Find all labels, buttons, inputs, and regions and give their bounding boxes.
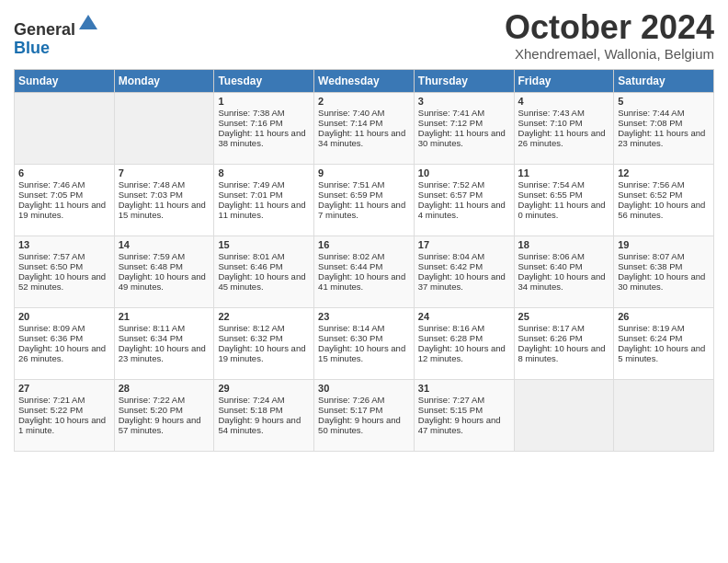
day-number: 25 xyxy=(518,311,610,322)
sunrise-text: Sunrise: 8:09 AM xyxy=(18,323,85,333)
calendar-cell: 20Sunrise: 8:09 AMSunset: 6:36 PMDayligh… xyxy=(15,307,115,379)
sunrise-text: Sunrise: 8:14 AM xyxy=(318,323,384,333)
calendar-cell: 2Sunrise: 7:40 AMSunset: 7:14 PMDaylight… xyxy=(314,92,415,164)
sunrise-text: Sunrise: 8:19 AM xyxy=(618,323,684,333)
day-number: 20 xyxy=(18,311,110,322)
daylight-text: Daylight: 11 hours and 38 minutes. xyxy=(218,128,305,148)
weekday-header: Sunday xyxy=(15,69,115,92)
weekday-header: Monday xyxy=(114,69,214,92)
sunrise-text: Sunrise: 8:17 AM xyxy=(518,323,585,333)
daylight-text: Daylight: 11 hours and 11 minutes. xyxy=(218,200,305,220)
sunrise-text: Sunrise: 7:44 AM xyxy=(618,108,684,118)
calendar-cell: 22Sunrise: 8:12 AMSunset: 6:32 PMDayligh… xyxy=(214,307,314,379)
daylight-text: Daylight: 10 hours and 15 minutes. xyxy=(318,343,405,363)
calendar-cell: 4Sunrise: 7:43 AMSunset: 7:10 PMDaylight… xyxy=(514,92,614,164)
day-number: 30 xyxy=(318,383,410,394)
daylight-text: Daylight: 10 hours and 19 minutes. xyxy=(218,343,305,363)
day-number: 1 xyxy=(218,96,310,107)
sunset-text: Sunset: 7:14 PM xyxy=(318,118,382,128)
day-number: 28 xyxy=(119,383,210,394)
logo: General Blue xyxy=(14,13,99,58)
sunset-text: Sunset: 6:52 PM xyxy=(618,190,682,200)
daylight-text: Daylight: 10 hours and 49 minutes. xyxy=(119,271,206,292)
sunset-text: Sunset: 6:28 PM xyxy=(418,333,483,343)
sunset-text: Sunset: 7:12 PM xyxy=(418,118,483,128)
day-number: 12 xyxy=(618,167,710,178)
day-number: 16 xyxy=(318,239,410,250)
daylight-text: Daylight: 11 hours and 23 minutes. xyxy=(618,128,705,148)
daylight-text: Daylight: 9 hours and 47 minutes. xyxy=(418,415,501,435)
sunset-text: Sunset: 7:03 PM xyxy=(119,190,183,200)
sunset-text: Sunset: 6:42 PM xyxy=(418,261,483,271)
calendar-cell: 8Sunrise: 7:49 AMSunset: 7:01 PMDaylight… xyxy=(214,164,314,236)
daylight-text: Daylight: 11 hours and 34 minutes. xyxy=(318,128,405,148)
sunrise-text: Sunrise: 7:56 AM xyxy=(618,179,684,190)
sunset-text: Sunset: 6:26 PM xyxy=(518,333,583,343)
calendar-cell: 12Sunrise: 7:56 AMSunset: 6:52 PMDayligh… xyxy=(614,164,714,236)
calendar-cell xyxy=(114,92,214,164)
daylight-text: Daylight: 10 hours and 26 minutes. xyxy=(18,343,106,363)
day-number: 9 xyxy=(318,167,410,178)
daylight-text: Daylight: 11 hours and 7 minutes. xyxy=(318,200,405,220)
sunrise-text: Sunrise: 7:49 AM xyxy=(218,179,284,190)
daylight-text: Daylight: 11 hours and 19 minutes. xyxy=(18,200,106,220)
sunrise-text: Sunrise: 7:24 AM xyxy=(218,395,284,405)
calendar-cell: 25Sunrise: 8:17 AMSunset: 6:26 PMDayligh… xyxy=(514,307,614,379)
daylight-text: Daylight: 10 hours and 8 minutes. xyxy=(518,343,606,363)
day-number: 10 xyxy=(418,167,510,178)
sunset-text: Sunset: 7:01 PM xyxy=(218,190,282,200)
sunset-text: Sunset: 5:18 PM xyxy=(218,405,282,415)
day-number: 31 xyxy=(418,383,510,394)
sunrise-text: Sunrise: 7:38 AM xyxy=(218,108,284,118)
daylight-text: Daylight: 10 hours and 1 minute. xyxy=(18,415,106,435)
sunrise-text: Sunrise: 7:48 AM xyxy=(119,179,185,190)
calendar-row: 27Sunrise: 7:21 AMSunset: 5:22 PMDayligh… xyxy=(15,379,714,451)
page-header: General Blue October 2024 Xhendremael, W… xyxy=(14,9,714,62)
sunrise-text: Sunrise: 7:21 AM xyxy=(18,395,85,405)
sunrise-text: Sunrise: 7:52 AM xyxy=(418,179,484,190)
day-number: 8 xyxy=(218,167,310,178)
sunrise-text: Sunrise: 7:27 AM xyxy=(418,395,484,405)
day-number: 19 xyxy=(618,239,710,250)
sunrise-text: Sunrise: 8:11 AM xyxy=(119,323,185,333)
sunset-text: Sunset: 5:17 PM xyxy=(318,405,382,415)
logo-general: General xyxy=(14,20,75,39)
daylight-text: Daylight: 11 hours and 30 minutes. xyxy=(418,128,506,148)
calendar-header-row: SundayMondayTuesdayWednesdayThursdayFrid… xyxy=(15,69,714,92)
daylight-text: Daylight: 11 hours and 26 minutes. xyxy=(518,128,606,148)
daylight-text: Daylight: 11 hours and 15 minutes. xyxy=(119,200,206,220)
calendar-row: 6Sunrise: 7:46 AMSunset: 7:05 PMDaylight… xyxy=(15,164,714,236)
logo-icon xyxy=(77,13,99,35)
day-number: 24 xyxy=(418,311,510,322)
sunrise-text: Sunrise: 8:12 AM xyxy=(218,323,284,333)
day-number: 29 xyxy=(218,383,310,394)
location: Xhendremael, Wallonia, Belgium xyxy=(505,46,714,62)
sunset-text: Sunset: 5:20 PM xyxy=(119,405,183,415)
day-number: 22 xyxy=(218,311,310,322)
sunset-text: Sunset: 7:16 PM xyxy=(218,118,282,128)
weekday-header: Thursday xyxy=(414,69,514,92)
daylight-text: Daylight: 10 hours and 56 minutes. xyxy=(618,200,705,220)
page-container: General Blue October 2024 Xhendremael, W… xyxy=(0,0,728,461)
calendar-cell: 26Sunrise: 8:19 AMSunset: 6:24 PMDayligh… xyxy=(614,307,714,379)
month-title: October 2024 xyxy=(505,9,714,46)
day-number: 23 xyxy=(318,311,410,322)
sunrise-text: Sunrise: 7:41 AM xyxy=(418,108,484,118)
sunset-text: Sunset: 6:38 PM xyxy=(618,261,682,271)
day-number: 11 xyxy=(518,167,610,178)
calendar-cell: 21Sunrise: 8:11 AMSunset: 6:34 PMDayligh… xyxy=(114,307,214,379)
weekday-header: Tuesday xyxy=(214,69,314,92)
logo-blue: Blue xyxy=(14,39,50,57)
day-number: 17 xyxy=(418,239,510,250)
day-number: 18 xyxy=(518,239,610,250)
calendar-cell: 6Sunrise: 7:46 AMSunset: 7:05 PMDaylight… xyxy=(15,164,115,236)
day-number: 2 xyxy=(318,96,410,107)
calendar-table: SundayMondayTuesdayWednesdayThursdayFrid… xyxy=(14,69,714,452)
sunset-text: Sunset: 7:10 PM xyxy=(518,118,583,128)
weekday-header: Friday xyxy=(514,69,614,92)
day-number: 27 xyxy=(18,383,110,394)
calendar-cell: 10Sunrise: 7:52 AMSunset: 6:57 PMDayligh… xyxy=(414,164,514,236)
day-number: 26 xyxy=(618,311,710,322)
calendar-cell: 30Sunrise: 7:26 AMSunset: 5:17 PMDayligh… xyxy=(314,379,415,451)
calendar-cell xyxy=(614,379,714,451)
